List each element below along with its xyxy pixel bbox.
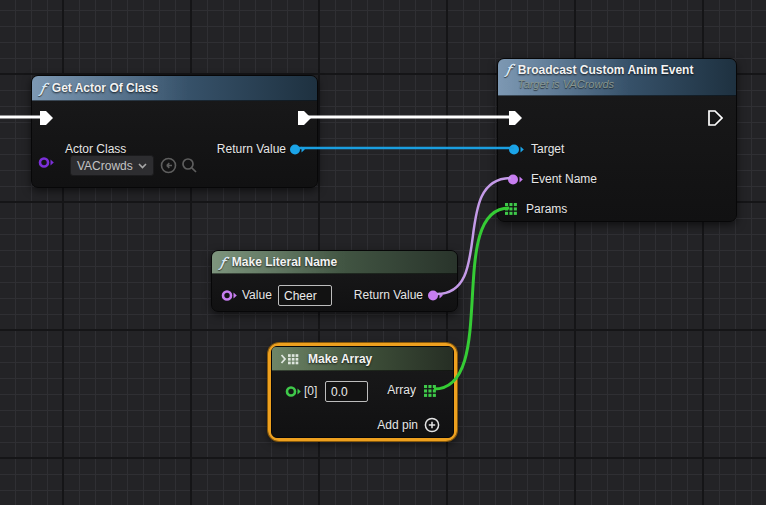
node-subtitle: Target is VACrowds: [518, 78, 694, 90]
array-output-label: Array: [387, 383, 416, 397]
event-name-label: Event Name: [531, 172, 597, 186]
node-get-actor-of-class[interactable]: 𝑓 Get Actor Of Class Actor Class VACrowd…: [31, 75, 318, 188]
use-selected-icon[interactable]: [160, 157, 177, 174]
add-pin-button[interactable]: Add pin: [377, 417, 440, 433]
array-element-input[interactable]: [325, 381, 368, 402]
node-broadcast-custom-anim-event[interactable]: 𝑓 Broadcast Custom Anim Event Target is …: [497, 58, 737, 222]
node-header[interactable]: Make Array: [272, 347, 453, 371]
browse-magnifier-icon[interactable]: [181, 157, 198, 174]
function-icon: 𝑓: [220, 256, 225, 269]
target-pin[interactable]: [508, 143, 525, 156]
add-pin-label: Add pin: [377, 418, 418, 432]
return-value-pin[interactable]: [427, 289, 444, 302]
target-label: Target: [531, 142, 564, 156]
function-icon: 𝑓: [506, 63, 511, 76]
return-value-pin[interactable]: [289, 143, 306, 156]
event-name-pin[interactable]: [507, 173, 524, 186]
node-title: Make Array: [308, 352, 372, 366]
exec-in-pin[interactable]: [508, 110, 523, 126]
array-element-label: [0]: [304, 384, 317, 398]
node-header[interactable]: 𝑓 Broadcast Custom Anim Event Target is …: [498, 59, 736, 96]
node-title: Make Literal Name: [232, 255, 337, 269]
params-array-pin[interactable]: [505, 203, 517, 215]
exec-in-pin[interactable]: [39, 110, 54, 126]
node-header[interactable]: 𝑓 Make Literal Name: [212, 251, 457, 274]
node-title: Get Actor Of Class: [52, 81, 158, 95]
actor-class-dropdown-value: VACrowds: [77, 159, 133, 173]
node-make-literal-name[interactable]: 𝑓 Make Literal Name Value Return Value: [211, 250, 458, 312]
array-output-pin[interactable]: [424, 385, 436, 397]
actor-class-label: Actor Class: [65, 142, 126, 156]
chevron-down-icon: [138, 163, 147, 169]
make-array-icon: [280, 353, 301, 365]
actor-class-pin[interactable]: [38, 156, 55, 169]
plus-circle-icon: [424, 417, 440, 433]
value-input[interactable]: [278, 285, 332, 306]
params-label: Params: [526, 202, 567, 216]
function-icon: 𝑓: [40, 82, 45, 95]
selection-outline: Make Array [0] Array Add pin: [268, 343, 457, 441]
actor-class-dropdown[interactable]: VACrowds: [70, 155, 154, 176]
return-value-label: Return Value: [217, 142, 286, 156]
return-value-label: Return Value: [354, 288, 423, 302]
node-header[interactable]: 𝑓 Get Actor Of Class: [32, 76, 317, 101]
array-element-pin[interactable]: [285, 385, 302, 398]
node-make-array[interactable]: Make Array [0] Array Add pin: [271, 346, 454, 438]
value-label: Value: [242, 288, 272, 302]
exec-out-pin[interactable]: [297, 110, 312, 126]
value-pin[interactable]: [221, 289, 238, 302]
node-title: Broadcast Custom Anim Event: [518, 63, 694, 77]
blueprint-graph-canvas[interactable]: 𝑓 Get Actor Of Class Actor Class VACrowd…: [0, 0, 766, 505]
exec-out-pin[interactable]: [708, 110, 723, 126]
